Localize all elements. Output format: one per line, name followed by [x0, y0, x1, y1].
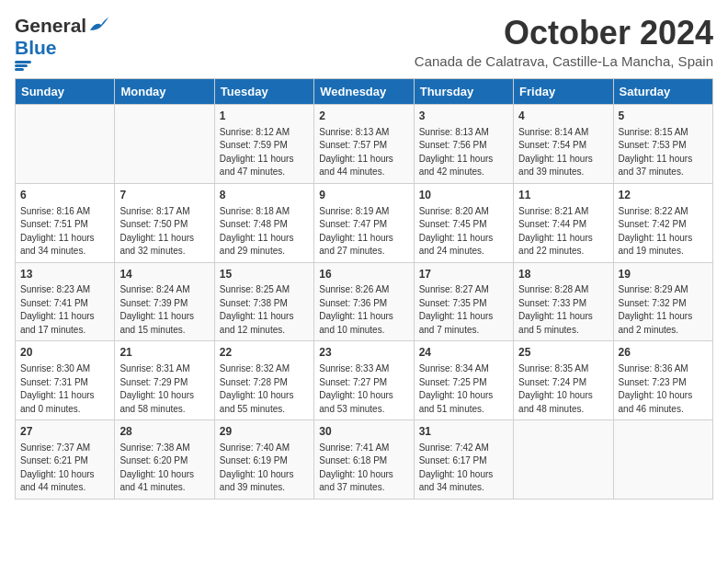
cell-content: Sunrise: 8:14 AM Sunset: 7:54 PM Dayligh… [518, 126, 608, 179]
calendar-cell: 1Sunrise: 8:12 AM Sunset: 7:59 PM Daylig… [214, 105, 313, 184]
day-number: 17 [419, 267, 508, 282]
day-number: 29 [220, 424, 309, 440]
day-number: 4 [518, 109, 608, 124]
col-header-thursday: Thursday [414, 79, 513, 105]
day-number: 23 [319, 345, 408, 361]
day-number: 18 [518, 267, 608, 282]
cell-content: Sunrise: 8:13 AM Sunset: 7:57 PM Dayligh… [319, 126, 408, 179]
calendar-cell: 24Sunrise: 8:34 AM Sunset: 7:25 PM Dayli… [414, 341, 513, 420]
calendar-cell: 2Sunrise: 8:13 AM Sunset: 7:57 PM Daylig… [314, 105, 414, 184]
day-number: 24 [419, 345, 508, 361]
cell-content: Sunrise: 7:38 AM Sunset: 6:20 PM Dayligh… [119, 442, 209, 495]
calendar-cell: 9Sunrise: 8:19 AM Sunset: 7:47 PM Daylig… [314, 183, 414, 262]
logo-general: General [15, 15, 86, 37]
calendar-week-row: 20Sunrise: 8:30 AM Sunset: 7:31 PM Dayli… [16, 341, 713, 420]
calendar-cell: 7Sunrise: 8:17 AM Sunset: 7:50 PM Daylig… [115, 183, 214, 262]
day-number: 27 [20, 424, 109, 440]
day-number: 11 [518, 188, 608, 203]
cell-content: Sunrise: 8:16 AM Sunset: 7:51 PM Dayligh… [20, 205, 109, 259]
col-header-monday: Monday [115, 79, 214, 105]
title-area: October 2024 Canada de Calatrava, Castil… [415, 15, 713, 69]
logo: General Blue [15, 15, 108, 71]
cell-content: Sunrise: 8:28 AM Sunset: 7:33 PM Dayligh… [518, 283, 608, 337]
day-number: 15 [220, 267, 309, 282]
cell-content: Sunrise: 8:35 AM Sunset: 7:24 PM Dayligh… [518, 362, 608, 416]
day-number: 5 [619, 109, 708, 124]
cell-content: Sunrise: 7:42 AM Sunset: 6:17 PM Dayligh… [419, 442, 508, 495]
calendar-cell: 27Sunrise: 7:37 AM Sunset: 6:21 PM Dayli… [16, 420, 115, 500]
calendar-cell: 11Sunrise: 8:21 AM Sunset: 7:44 PM Dayli… [514, 183, 613, 262]
calendar-cell [115, 105, 214, 184]
calendar-cell [16, 105, 115, 184]
cell-content: Sunrise: 8:15 AM Sunset: 7:53 PM Dayligh… [619, 126, 708, 179]
day-number: 2 [319, 109, 408, 124]
calendar-cell: 26Sunrise: 8:36 AM Sunset: 7:23 PM Dayli… [613, 341, 712, 420]
day-number: 3 [419, 109, 508, 124]
day-number: 8 [220, 188, 309, 203]
calendar-week-row: 6Sunrise: 8:16 AM Sunset: 7:51 PM Daylig… [16, 183, 713, 262]
cell-content: Sunrise: 8:27 AM Sunset: 7:35 PM Dayligh… [419, 283, 508, 337]
day-number: 9 [319, 188, 408, 203]
calendar-cell: 5Sunrise: 8:15 AM Sunset: 7:53 PM Daylig… [613, 105, 712, 184]
calendar-table: SundayMondayTuesdayWednesdayThursdayFrid… [15, 78, 713, 500]
day-number: 1 [220, 109, 309, 124]
cell-content: Sunrise: 7:40 AM Sunset: 6:19 PM Dayligh… [220, 442, 309, 495]
cell-content: Sunrise: 8:17 AM Sunset: 7:50 PM Dayligh… [119, 205, 209, 259]
calendar-cell: 25Sunrise: 8:35 AM Sunset: 7:24 PM Dayli… [514, 341, 613, 420]
col-header-sunday: Sunday [16, 79, 115, 105]
calendar-header-row: SundayMondayTuesdayWednesdayThursdayFrid… [16, 79, 713, 105]
day-number: 21 [119, 345, 209, 361]
calendar-cell: 28Sunrise: 7:38 AM Sunset: 6:20 PM Dayli… [115, 420, 214, 500]
calendar-cell [613, 420, 712, 500]
calendar-cell: 23Sunrise: 8:33 AM Sunset: 7:27 PM Dayli… [314, 341, 414, 420]
cell-content: Sunrise: 8:20 AM Sunset: 7:45 PM Dayligh… [419, 205, 508, 259]
calendar-week-row: 27Sunrise: 7:37 AM Sunset: 6:21 PM Dayli… [16, 420, 713, 500]
calendar-week-row: 1Sunrise: 8:12 AM Sunset: 7:59 PM Daylig… [16, 105, 713, 184]
day-number: 28 [119, 424, 209, 440]
calendar-cell: 21Sunrise: 8:31 AM Sunset: 7:29 PM Dayli… [115, 341, 214, 420]
calendar-cell: 8Sunrise: 8:18 AM Sunset: 7:48 PM Daylig… [214, 183, 313, 262]
calendar-week-row: 13Sunrise: 8:23 AM Sunset: 7:41 PM Dayli… [16, 262, 713, 341]
col-header-saturday: Saturday [613, 79, 712, 105]
day-number: 13 [20, 267, 109, 282]
calendar-cell: 30Sunrise: 7:41 AM Sunset: 6:18 PM Dayli… [314, 420, 414, 500]
col-header-friday: Friday [514, 79, 613, 105]
page-header: General Blue October 2024 Canada de Cala… [15, 15, 713, 71]
day-number: 30 [319, 424, 408, 440]
cell-content: Sunrise: 7:37 AM Sunset: 6:21 PM Dayligh… [20, 442, 109, 495]
calendar-cell: 17Sunrise: 8:27 AM Sunset: 7:35 PM Dayli… [414, 262, 513, 341]
calendar-cell: 22Sunrise: 8:32 AM Sunset: 7:28 PM Dayli… [214, 341, 313, 420]
day-number: 19 [619, 267, 708, 282]
day-number: 6 [20, 188, 109, 203]
day-number: 31 [419, 424, 508, 440]
day-number: 7 [119, 188, 209, 203]
calendar-cell: 15Sunrise: 8:25 AM Sunset: 7:38 PM Dayli… [214, 262, 313, 341]
calendar-cell: 19Sunrise: 8:29 AM Sunset: 7:32 PM Dayli… [613, 262, 712, 341]
day-number: 26 [619, 345, 708, 361]
cell-content: Sunrise: 8:24 AM Sunset: 7:39 PM Dayligh… [119, 283, 209, 337]
calendar-cell: 16Sunrise: 8:26 AM Sunset: 7:36 PM Dayli… [314, 262, 414, 341]
day-number: 10 [419, 188, 508, 203]
col-header-wednesday: Wednesday [314, 79, 414, 105]
logo-bird-icon [88, 17, 108, 34]
calendar-cell: 29Sunrise: 7:40 AM Sunset: 6:19 PM Dayli… [214, 420, 313, 500]
cell-content: Sunrise: 8:34 AM Sunset: 7:25 PM Dayligh… [419, 362, 508, 416]
cell-content: Sunrise: 8:36 AM Sunset: 7:23 PM Dayligh… [619, 362, 708, 416]
day-number: 20 [20, 345, 109, 361]
cell-content: Sunrise: 8:19 AM Sunset: 7:47 PM Dayligh… [319, 205, 408, 259]
calendar-cell: 4Sunrise: 8:14 AM Sunset: 7:54 PM Daylig… [514, 105, 613, 184]
calendar-cell: 31Sunrise: 7:42 AM Sunset: 6:17 PM Dayli… [414, 420, 513, 500]
month-title: October 2024 [415, 15, 713, 52]
cell-content: Sunrise: 8:26 AM Sunset: 7:36 PM Dayligh… [319, 283, 408, 337]
cell-content: Sunrise: 7:41 AM Sunset: 6:18 PM Dayligh… [319, 442, 408, 495]
calendar-cell: 14Sunrise: 8:24 AM Sunset: 7:39 PM Dayli… [115, 262, 214, 341]
day-number: 16 [319, 267, 408, 282]
cell-content: Sunrise: 8:18 AM Sunset: 7:48 PM Dayligh… [220, 205, 309, 259]
calendar-cell: 10Sunrise: 8:20 AM Sunset: 7:45 PM Dayli… [414, 183, 513, 262]
day-number: 14 [119, 267, 209, 282]
cell-content: Sunrise: 8:21 AM Sunset: 7:44 PM Dayligh… [518, 205, 608, 259]
calendar-cell: 18Sunrise: 8:28 AM Sunset: 7:33 PM Dayli… [514, 262, 613, 341]
calendar-cell: 20Sunrise: 8:30 AM Sunset: 7:31 PM Dayli… [16, 341, 115, 420]
calendar-cell: 12Sunrise: 8:22 AM Sunset: 7:42 PM Dayli… [613, 183, 712, 262]
calendar-cell: 3Sunrise: 8:13 AM Sunset: 7:56 PM Daylig… [414, 105, 513, 184]
